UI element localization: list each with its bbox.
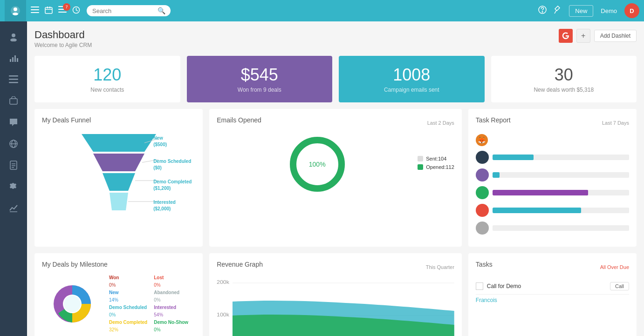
svg-rect-27 bbox=[10, 161, 17, 169]
task-link-row: Francois bbox=[476, 295, 629, 305]
legend-sent: Sent:104 bbox=[418, 156, 454, 161]
tasks-badge: 7 bbox=[63, 3, 70, 11]
funnel-label-demo-comp: Demo Completed($1,200) bbox=[153, 179, 205, 192]
tasks-nav-icon[interactable]: 7 bbox=[58, 6, 67, 16]
emails-title: Emails Opened bbox=[217, 116, 261, 124]
pin-icon[interactable] bbox=[554, 6, 562, 16]
stat-number-contacts: 120 bbox=[93, 65, 121, 85]
task-bar-wrap-3 bbox=[493, 190, 629, 195]
sidebar bbox=[0, 21, 27, 336]
task-report-header: Task Report Last 7 Days bbox=[476, 116, 629, 129]
stat-label-emails: Campaign emails sent bbox=[384, 87, 439, 93]
pie-label-interested: Interested54% bbox=[154, 304, 188, 319]
stat-won-deals[interactable]: $545 Won from 9 deals bbox=[187, 56, 333, 102]
sidebar-item-analytics[interactable] bbox=[0, 197, 27, 219]
task-avatar-2 bbox=[476, 168, 489, 181]
nav-icons: 7 bbox=[31, 6, 80, 16]
sidebar-item-deals[interactable] bbox=[0, 90, 27, 112]
search-input[interactable] bbox=[92, 7, 158, 14]
stat-campaign-emails[interactable]: 1008 Campaign emails sent bbox=[339, 56, 485, 102]
svg-rect-5 bbox=[31, 12, 39, 13]
google-icon[interactable] bbox=[559, 29, 573, 43]
pie-label-demo-sched: Demo Scheduled0% bbox=[109, 304, 147, 319]
revenue-period: This Quarter bbox=[426, 264, 454, 270]
add-dashlet-label: Add Dashlet bbox=[600, 33, 630, 39]
sidebar-item-contacts[interactable] bbox=[0, 26, 27, 47]
task-row-1: Call for Demo Call bbox=[476, 278, 629, 295]
page-title: Dashboard bbox=[34, 29, 92, 41]
legend-opened: Opened:112 bbox=[418, 164, 454, 170]
pie-labels: Won0% New14% Demo Scheduled0% Demo Compl… bbox=[109, 274, 147, 334]
stat-new-contacts[interactable]: 120 New contacts bbox=[34, 56, 180, 102]
history-icon[interactable] bbox=[72, 6, 80, 16]
demo-button[interactable]: Demo bbox=[601, 7, 617, 14]
task-avatar-3 bbox=[476, 186, 489, 199]
pie-label-demo-comp: Demo Completed32% bbox=[109, 319, 147, 334]
pie-label-no-show: Demo No-Show0% bbox=[154, 319, 188, 334]
sidebar-item-reports[interactable] bbox=[0, 47, 27, 69]
pie-chart-svg bbox=[42, 274, 103, 334]
dashboard-actions: + Add Dashlet bbox=[559, 29, 637, 43]
sidebar-item-tasks[interactable] bbox=[0, 69, 27, 90]
pie-section: Won0% New14% Demo Scheduled0% Demo Compl… bbox=[42, 274, 195, 334]
legend-opened-dot bbox=[418, 164, 423, 170]
pie-label-new: New14% bbox=[109, 289, 147, 304]
deals-milestone-card: My Deals by Milestone bbox=[34, 253, 203, 336]
svg-rect-21 bbox=[9, 75, 18, 77]
svg-rect-18 bbox=[12, 57, 14, 62]
calendar-icon[interactable] bbox=[45, 6, 53, 16]
task-avatar-5 bbox=[476, 222, 489, 235]
call-button[interactable]: Call bbox=[610, 282, 629, 290]
svg-rect-7 bbox=[47, 7, 48, 8]
sidebar-item-settings[interactable] bbox=[0, 176, 27, 197]
task-bar-wrap-5 bbox=[493, 225, 629, 231]
user-avatar[interactable]: D bbox=[624, 3, 639, 18]
svg-point-16 bbox=[10, 39, 17, 42]
svg-rect-20 bbox=[17, 58, 18, 62]
milestone-title: My Deals by Milestone bbox=[42, 261, 195, 268]
tasks-panel-period: All Over Due bbox=[600, 264, 629, 270]
add-dashlet-icon[interactable]: + bbox=[576, 29, 590, 43]
svg-rect-24 bbox=[10, 99, 17, 104]
pie-label-won: Won0% bbox=[109, 274, 147, 289]
donut-chart: 100% bbox=[287, 134, 348, 195]
revenue-card-header: Revenue Graph This Quarter bbox=[217, 261, 454, 274]
sidebar-item-chat[interactable] bbox=[0, 112, 27, 133]
tasks-panel-card: Tasks All Over Due Call for Demo Call Fr… bbox=[468, 253, 637, 336]
task-avatar-4 bbox=[476, 204, 489, 217]
revenue-graph-card: Revenue Graph This Quarter 200k 100k 0k bbox=[209, 253, 462, 336]
sidebar-item-globe[interactable] bbox=[0, 133, 27, 155]
task-bar-wrap-2 bbox=[493, 172, 629, 178]
new-button[interactable]: New bbox=[569, 5, 593, 17]
svg-point-14 bbox=[542, 12, 543, 13]
task-item-2 bbox=[476, 168, 629, 181]
stat-label-deals: New deals worth $5,318 bbox=[534, 87, 594, 93]
svg-rect-6 bbox=[45, 7, 52, 13]
task-text-1: Call for Demo bbox=[487, 283, 606, 289]
sidebar-item-docs[interactable] bbox=[0, 155, 27, 176]
tasks-panel-title: Tasks bbox=[476, 261, 493, 268]
task-contact-link[interactable]: Francois bbox=[476, 297, 497, 303]
legend-opened-label: Opened:112 bbox=[426, 164, 454, 170]
stat-new-deals[interactable]: 30 New deals worth $5,318 bbox=[491, 56, 637, 102]
task-bar-2 bbox=[493, 172, 500, 178]
bottom-row: My Deals by Milestone bbox=[34, 253, 637, 336]
search-box[interactable]: 🔍 bbox=[87, 5, 171, 16]
task-bar-wrap-4 bbox=[493, 208, 629, 213]
task-checkbox-1[interactable] bbox=[476, 282, 483, 290]
app-logo[interactable] bbox=[5, 0, 26, 21]
svg-rect-8 bbox=[49, 7, 50, 8]
svg-marker-31 bbox=[110, 193, 128, 210]
task-item-4 bbox=[476, 204, 629, 217]
task-item-5 bbox=[476, 222, 629, 235]
svg-marker-29 bbox=[93, 154, 144, 171]
donut-container: 100% Sent:104 Opened:112 bbox=[217, 134, 454, 195]
topnav-right: New Demo D bbox=[538, 3, 639, 18]
stat-number-emails: 1008 bbox=[393, 65, 430, 85]
funnel-svg bbox=[72, 134, 165, 213]
add-dashlet-button[interactable]: Add Dashlet bbox=[594, 30, 637, 42]
task-avatar-1 bbox=[476, 151, 489, 164]
menu-icon[interactable] bbox=[31, 7, 39, 15]
help-icon[interactable] bbox=[538, 6, 547, 16]
donut-legend: Sent:104 Opened:112 bbox=[418, 156, 454, 173]
